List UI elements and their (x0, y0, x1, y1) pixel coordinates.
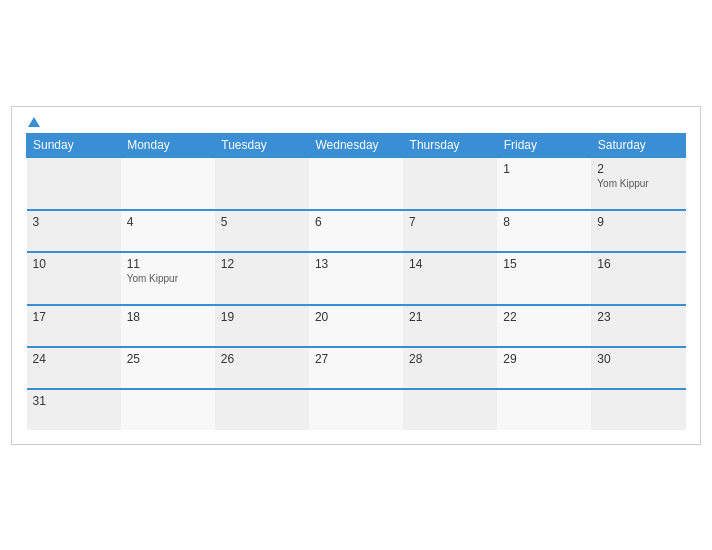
calendar-cell: 7 (403, 210, 497, 252)
weekday-header-monday: Monday (121, 133, 215, 157)
calendar-cell (27, 157, 121, 210)
calendar-cell: 31 (27, 389, 121, 430)
calendar-cell: 9 (591, 210, 685, 252)
day-number: 30 (597, 352, 679, 366)
calendar-cell: 18 (121, 305, 215, 347)
day-number: 29 (503, 352, 585, 366)
day-number: 23 (597, 310, 679, 324)
day-number: 5 (221, 215, 303, 229)
week-row-2: 3456789 (27, 210, 686, 252)
day-number: 1 (503, 162, 585, 176)
calendar-cell: 6 (309, 210, 403, 252)
week-row-4: 17181920212223 (27, 305, 686, 347)
weekday-header-friday: Friday (497, 133, 591, 157)
day-number: 13 (315, 257, 397, 271)
day-number: 3 (33, 215, 115, 229)
calendar-table: SundayMondayTuesdayWednesdayThursdayFrid… (26, 133, 686, 430)
logo (26, 117, 40, 127)
calendar-cell: 27 (309, 347, 403, 389)
calendar-cell: 5 (215, 210, 309, 252)
calendar-container: SundayMondayTuesdayWednesdayThursdayFrid… (11, 106, 701, 445)
calendar-cell (309, 389, 403, 430)
day-number: 7 (409, 215, 491, 229)
weekday-header-tuesday: Tuesday (215, 133, 309, 157)
day-number: 4 (127, 215, 209, 229)
calendar-cell: 24 (27, 347, 121, 389)
calendar-cell: 10 (27, 252, 121, 305)
calendar-cell (121, 389, 215, 430)
calendar-cell: 19 (215, 305, 309, 347)
calendar-header (26, 117, 686, 127)
calendar-cell: 26 (215, 347, 309, 389)
calendar-cell: 29 (497, 347, 591, 389)
calendar-cell: 11Yom Kippur (121, 252, 215, 305)
calendar-cell: 30 (591, 347, 685, 389)
day-number: 11 (127, 257, 209, 271)
holiday-label: Yom Kippur (597, 178, 679, 189)
calendar-cell (497, 389, 591, 430)
calendar-cell (215, 389, 309, 430)
day-number: 14 (409, 257, 491, 271)
day-number: 8 (503, 215, 585, 229)
week-row-6: 31 (27, 389, 686, 430)
calendar-cell: 22 (497, 305, 591, 347)
calendar-cell: 17 (27, 305, 121, 347)
week-row-5: 24252627282930 (27, 347, 686, 389)
day-number: 16 (597, 257, 679, 271)
day-number: 22 (503, 310, 585, 324)
calendar-cell: 3 (27, 210, 121, 252)
calendar-cell: 16 (591, 252, 685, 305)
calendar-cell: 12 (215, 252, 309, 305)
calendar-cell: 28 (403, 347, 497, 389)
day-number: 28 (409, 352, 491, 366)
calendar-cell: 23 (591, 305, 685, 347)
day-number: 18 (127, 310, 209, 324)
calendar-cell (309, 157, 403, 210)
calendar-cell: 21 (403, 305, 497, 347)
calendar-cell (215, 157, 309, 210)
weekday-header-sunday: Sunday (27, 133, 121, 157)
weekday-header-saturday: Saturday (591, 133, 685, 157)
day-number: 24 (33, 352, 115, 366)
day-number: 27 (315, 352, 397, 366)
day-number: 26 (221, 352, 303, 366)
logo-triangle-icon (28, 117, 40, 127)
day-number: 21 (409, 310, 491, 324)
weekday-header-row: SundayMondayTuesdayWednesdayThursdayFrid… (27, 133, 686, 157)
calendar-cell: 2Yom Kippur (591, 157, 685, 210)
weekday-header-thursday: Thursday (403, 133, 497, 157)
day-number: 15 (503, 257, 585, 271)
calendar-cell (403, 389, 497, 430)
calendar-cell: 1 (497, 157, 591, 210)
holiday-label: Yom Kippur (127, 273, 209, 284)
calendar-cell: 14 (403, 252, 497, 305)
calendar-cell: 8 (497, 210, 591, 252)
calendar-cell: 25 (121, 347, 215, 389)
week-row-1: 12Yom Kippur (27, 157, 686, 210)
day-number: 9 (597, 215, 679, 229)
day-number: 20 (315, 310, 397, 324)
calendar-cell (403, 157, 497, 210)
day-number: 2 (597, 162, 679, 176)
calendar-cell (121, 157, 215, 210)
weekday-header-wednesday: Wednesday (309, 133, 403, 157)
calendar-cell: 20 (309, 305, 403, 347)
calendar-cell: 4 (121, 210, 215, 252)
calendar-cell: 15 (497, 252, 591, 305)
day-number: 17 (33, 310, 115, 324)
day-number: 31 (33, 394, 115, 408)
day-number: 6 (315, 215, 397, 229)
calendar-cell (591, 389, 685, 430)
calendar-cell: 13 (309, 252, 403, 305)
day-number: 19 (221, 310, 303, 324)
day-number: 12 (221, 257, 303, 271)
week-row-3: 1011Yom Kippur1213141516 (27, 252, 686, 305)
day-number: 10 (33, 257, 115, 271)
day-number: 25 (127, 352, 209, 366)
